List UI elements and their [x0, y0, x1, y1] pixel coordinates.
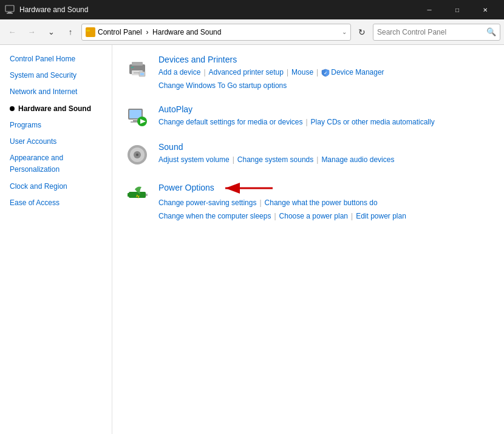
sidebar-item-system-and-security[interactable]: System and Security [0, 67, 112, 84]
sidebar-item-control-panel-home[interactable]: Control Panel Home [0, 51, 112, 67]
close-button[interactable]: ✕ [471, 0, 499, 19]
address-box[interactable]: Control Panel › Hardware and Sound ⌄ [81, 24, 351, 41]
link-manage-audio-devices[interactable]: Manage audio devices [321, 154, 394, 167]
content-area: Devices and Printers Add a device | Adva… [112, 45, 504, 434]
titlebar: Hardware and Sound ─ □ ✕ [0, 0, 504, 19]
search-box[interactable]: 🔍 [373, 24, 500, 41]
link-advanced-printer-setup[interactable]: Advanced printer setup [209, 66, 284, 80]
section-devices-and-printers: Devices and Printers Add a device | Adva… [124, 55, 492, 92]
sound-info: Sound Adjust system volume | Change syst… [158, 142, 492, 168]
devices-printers-row2: Change Windows To Go startup options [158, 80, 492, 93]
svg-rect-11 [140, 73, 144, 75]
power-row1: Change power-saving settings | Change wh… [158, 197, 492, 210]
search-input[interactable] [377, 28, 484, 36]
link-windows-to-go[interactable]: Change Windows To Go startup options [158, 80, 287, 93]
sidebar-item-hardware-and-sound: Hardware and Sound [0, 101, 112, 117]
power-options-links: Change power-saving settings | Change wh… [158, 197, 492, 223]
svg-rect-24 [128, 193, 129, 197]
link-device-manager[interactable]: Device Manager [331, 66, 384, 80]
power-options-icon [124, 180, 150, 205]
sidebar: Control Panel Home System and Security N… [0, 45, 112, 434]
sidebar-label-programs: Programs [10, 120, 41, 131]
svg-rect-25 [146, 194, 148, 196]
sound-links: Adjust system volume | Change system sou… [158, 154, 492, 167]
svg-point-22 [136, 154, 138, 156]
titlebar-controls: ─ □ ✕ [415, 0, 499, 19]
sidebar-label-user-accounts: User Accounts [10, 136, 56, 147]
address-text: Control Panel › Hardware and Sound [98, 28, 339, 36]
link-change-system-sounds[interactable]: Change system sounds [237, 154, 313, 167]
svg-rect-4 [86, 30, 90, 32]
sidebar-label-clock-and-region: Clock and Region [10, 181, 67, 192]
link-change-power-saving-settings[interactable]: Change power-saving settings [158, 197, 256, 210]
link-edit-power-plan[interactable]: Edit power plan [356, 210, 406, 223]
active-bullet [10, 106, 15, 111]
sidebar-item-network-and-internet[interactable]: Network and Internet [0, 84, 112, 100]
svg-rect-14 [129, 110, 141, 118]
search-icon: 🔍 [486, 27, 496, 36]
devices-printers-row1: Add a device | Advanced printer setup | … [158, 66, 492, 80]
folder-icon [86, 27, 95, 37]
refresh-button[interactable]: ↻ [353, 24, 370, 41]
svg-rect-6 [132, 62, 143, 66]
sidebar-item-clock-and-region[interactable]: Clock and Region [0, 178, 112, 195]
svg-rect-0 [5, 5, 14, 12]
devices-and-printers-links: Add a device | Advanced printer setup | … [158, 66, 492, 92]
sidebar-item-ease-of-access[interactable]: Ease of Access [0, 195, 112, 211]
power-options-title[interactable]: Power Options [158, 183, 214, 192]
link-change-power-buttons[interactable]: Change what the power buttons do [265, 197, 378, 210]
shield-icon: ✓ [321, 69, 330, 77]
devices-and-printers-title[interactable]: Devices and Printers [158, 55, 492, 64]
autoplay-icon [124, 104, 150, 130]
sidebar-label-hardware-and-sound: Hardware and Sound [18, 103, 91, 115]
sidebar-item-appearance-and-personalization[interactable]: Appearance andPersonalization [0, 150, 112, 178]
main-container: Control Panel Home System and Security N… [0, 45, 504, 434]
red-arrow [219, 180, 274, 197]
minimize-button[interactable]: ─ [415, 0, 443, 19]
link-mouse[interactable]: Mouse [291, 66, 313, 80]
link-choose-power-plan[interactable]: Choose a power plan [279, 210, 348, 223]
section-autoplay: AutoPlay Change default settings for med… [124, 104, 492, 130]
link-add-device[interactable]: Add a device [158, 66, 200, 80]
sidebar-item-programs[interactable]: Programs [0, 117, 112, 134]
sidebar-label-ease-of-access: Ease of Access [10, 197, 60, 209]
sound-icon [124, 142, 150, 168]
sound-title[interactable]: Sound [158, 142, 492, 152]
devices-and-printers-info: Devices and Printers Add a device | Adva… [158, 55, 492, 92]
link-play-cds[interactable]: Play CDs or other media automatically [311, 116, 435, 129]
power-options-info: Power Options Change power-saving settin [158, 180, 492, 223]
sidebar-label-system-and-security: System and Security [10, 70, 77, 81]
address-chevron: ⌄ [342, 29, 347, 35]
link-change-when-computer-sleeps[interactable]: Change when the computer sleeps [158, 210, 271, 223]
sound-row1: Adjust system volume | Change system sou… [158, 154, 492, 167]
autoplay-links: Change default settings for media or dev… [158, 116, 492, 129]
sidebar-label-control-panel-home: Control Panel Home [10, 53, 75, 65]
addressbar: ← → ⌄ ↑ Control Panel › Hardware and Sou… [0, 19, 504, 45]
section-sound: Sound Adjust system volume | Change syst… [124, 142, 492, 168]
back-button[interactable]: ← [4, 24, 21, 41]
up-button[interactable]: ↑ [62, 24, 79, 41]
svg-rect-2 [7, 13, 13, 14]
titlebar-title: Hardware and Sound [19, 5, 415, 14]
devices-and-printers-icon [124, 55, 150, 80]
titlebar-icon [5, 5, 15, 15]
forward-button[interactable]: → [23, 24, 40, 41]
sidebar-item-user-accounts[interactable]: User Accounts [0, 134, 112, 150]
section-power-options: Power Options Change power-saving settin [124, 180, 492, 223]
recent-locations-button[interactable]: ⌄ [43, 24, 60, 41]
autoplay-info: AutoPlay Change default settings for med… [158, 104, 492, 130]
sidebar-label-appearance-and-personalization: Appearance andPersonalization [10, 152, 63, 175]
link-adjust-system-volume[interactable]: Adjust system volume [158, 154, 230, 167]
power-row2: Change when the computer sleeps | Choose… [158, 210, 492, 223]
link-change-default-settings[interactable]: Change default settings for media or dev… [158, 116, 302, 129]
autoplay-row1: Change default settings for media or dev… [158, 116, 492, 129]
svg-rect-9 [131, 67, 134, 68]
maximize-button[interactable]: □ [443, 0, 471, 19]
autoplay-title[interactable]: AutoPlay [158, 104, 492, 114]
svg-text:✓: ✓ [324, 71, 327, 75]
sidebar-label-network-and-internet: Network and Internet [10, 86, 77, 98]
